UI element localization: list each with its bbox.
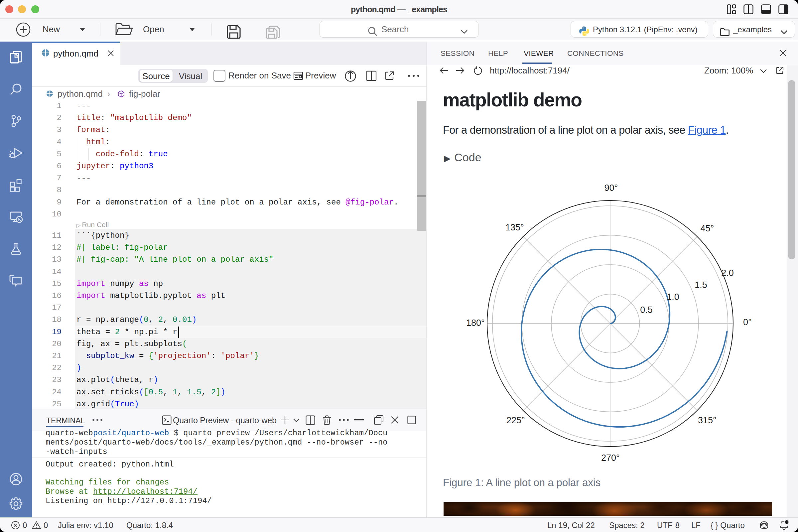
- svg-text:90°: 90°: [605, 183, 618, 193]
- svg-text:45°: 45°: [701, 224, 714, 233]
- svg-text:180°: 180°: [466, 318, 485, 328]
- svg-text:2.0: 2.0: [721, 268, 734, 278]
- svg-text:1.0: 1.0: [667, 292, 679, 302]
- svg-text:135°: 135°: [506, 223, 524, 232]
- svg-text:270°: 270°: [601, 453, 620, 463]
- svg-text:225°: 225°: [507, 415, 525, 425]
- svg-text:315°: 315°: [698, 415, 717, 425]
- svg-text:0.5: 0.5: [640, 305, 653, 315]
- svg-text:0°: 0°: [743, 317, 752, 327]
- svg-text:1.5: 1.5: [695, 280, 707, 290]
